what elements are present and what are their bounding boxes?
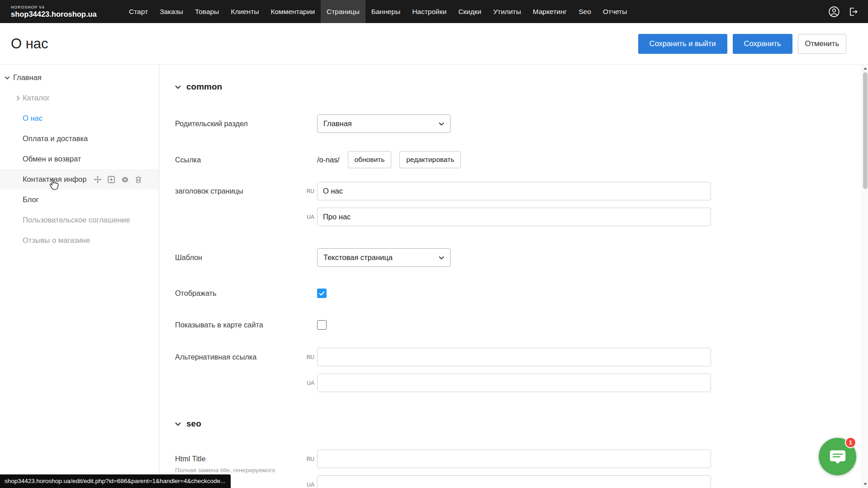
sidebar-item-label: Контактная инфор bbox=[23, 175, 86, 184]
field-label: Отображать bbox=[175, 289, 317, 298]
lang-ua-label: UA bbox=[302, 214, 314, 220]
lang-ua-label: UA bbox=[302, 380, 314, 386]
form-row-template: Шаблон Текстовая страница bbox=[175, 248, 862, 267]
move-icon[interactable] bbox=[94, 175, 101, 183]
nav-item-pages[interactable]: Страницы bbox=[321, 0, 365, 23]
html-title-ru-input[interactable] bbox=[317, 450, 711, 468]
chevron-down-icon bbox=[175, 420, 181, 428]
sidebar-item-label: О нас bbox=[23, 114, 43, 123]
sidebar-item-label: Главная bbox=[13, 73, 42, 82]
nav-item-discounts[interactable]: Скидки bbox=[452, 0, 487, 23]
cancel-button[interactable]: Отменить bbox=[798, 34, 846, 54]
chevron-down-icon bbox=[439, 122, 444, 126]
sidebar-item-glavnaya[interactable]: Главная bbox=[0, 67, 159, 88]
sitemap-checkbox[interactable] bbox=[317, 320, 327, 330]
scrollbar-thumb[interactable] bbox=[863, 72, 868, 189]
nav-item-products[interactable]: Товары bbox=[189, 0, 225, 23]
section-common-header[interactable]: common bbox=[175, 81, 862, 93]
sidebar-item-obmen[interactable]: Обмен и возврат bbox=[0, 149, 159, 169]
field-label: Родительский раздел bbox=[175, 119, 317, 128]
form-content: common Родительский раздел Главная Ссылк… bbox=[159, 65, 862, 488]
select-value: Главная bbox=[323, 119, 439, 128]
nav-item-utilities[interactable]: Утилиты bbox=[487, 0, 527, 23]
nav-item-clients[interactable]: Клиенты bbox=[225, 0, 265, 23]
nav-item-orders[interactable]: Заказы bbox=[154, 0, 189, 23]
form-row-page-title: заголовок страницы RU UA bbox=[175, 182, 862, 226]
sidebar-item-oplata[interactable]: Оплата и доставка bbox=[0, 128, 159, 149]
template-select[interactable]: Текстовая страница bbox=[317, 248, 451, 267]
field-label: заголовок страницы bbox=[175, 182, 317, 200]
sidebar-item-label: Каталог bbox=[23, 94, 50, 102]
field-label: Показывать в карте сайта bbox=[175, 321, 317, 329]
nav-item-reports[interactable]: Отчеты bbox=[597, 0, 633, 23]
nav-item-comments[interactable]: Комментарии bbox=[265, 0, 321, 23]
sidebar-item-soglashenie[interactable]: Пользовательское соглашение bbox=[0, 210, 159, 230]
chevron-down-icon bbox=[175, 83, 181, 91]
nav-item-banners[interactable]: Баннеры bbox=[365, 0, 406, 23]
logo-version-label: HOROSHOP V4 bbox=[11, 5, 123, 9]
sidebar-item-label: Отзывы о магазине bbox=[23, 236, 90, 245]
lang-ua-label: UA bbox=[302, 482, 314, 488]
form-row-alt-link: Альтернативная ссылка RU UA bbox=[175, 348, 862, 392]
scroll-up-arrow[interactable] bbox=[862, 65, 868, 72]
scroll-down-arrow[interactable] bbox=[862, 481, 868, 488]
form-row-display: Отображать bbox=[175, 284, 862, 303]
parent-section-select[interactable]: Главная bbox=[317, 114, 451, 133]
tree-item-actions bbox=[94, 175, 142, 183]
chat-unread-badge: 1 bbox=[845, 437, 856, 448]
sidebar-item-o-nas[interactable]: О нас bbox=[0, 108, 159, 128]
form-row-link: Ссылка /o-nas/ обновить редактировать bbox=[175, 151, 862, 168]
sidebar-item-label: Оплата и доставка bbox=[23, 134, 88, 143]
header-buttons: Сохранить и выйти Сохранить Отменить bbox=[638, 34, 846, 54]
section-seo-header[interactable]: seo bbox=[175, 418, 862, 430]
sidebar-item-blog[interactable]: Блог bbox=[0, 190, 159, 210]
refresh-link-button[interactable]: обновить bbox=[348, 151, 392, 168]
logout-icon[interactable] bbox=[847, 6, 859, 18]
nav-item-settings[interactable]: Настройки bbox=[406, 0, 452, 23]
sidebar-item-otzyvy[interactable]: Отзывы о магазине bbox=[0, 230, 159, 251]
page-title-ua-input[interactable] bbox=[317, 208, 711, 226]
field-hint: Полная замена title, генерируемого bbox=[175, 466, 311, 474]
logo-domain-label: shop34423.horoshop.ua bbox=[11, 10, 123, 19]
logo[interactable]: HOROSHOP V4 shop34423.horoshop.ua bbox=[0, 5, 123, 19]
trash-icon[interactable] bbox=[134, 175, 142, 183]
nav-item-seo[interactable]: Seo bbox=[573, 0, 597, 23]
alt-link-ru-input[interactable] bbox=[317, 348, 711, 366]
save-button[interactable]: Сохранить bbox=[733, 34, 792, 54]
top-navigation: Старт Заказы Товары Клиенты Комментарии … bbox=[123, 0, 633, 23]
lang-ru-label: RU bbox=[302, 456, 314, 462]
user-account-icon[interactable] bbox=[828, 6, 840, 18]
sidebar-item-katalog[interactable]: Каталог bbox=[0, 88, 159, 108]
edit-link-button[interactable]: редактировать bbox=[399, 151, 461, 168]
display-checkbox[interactable] bbox=[317, 289, 327, 298]
vertical-scrollbar[interactable] bbox=[862, 65, 868, 488]
nav-item-start[interactable]: Старт bbox=[123, 0, 154, 23]
chevron-right-icon[interactable] bbox=[16, 95, 20, 101]
save-and-exit-button[interactable]: Сохранить и выйти bbox=[638, 34, 727, 54]
status-url-tooltip: shop34423.horoshop.ua/edit/edit.php?id=6… bbox=[0, 474, 231, 488]
link-cell: /o-nas/ обновить редактировать bbox=[317, 151, 461, 168]
select-value: Текстовая страница bbox=[323, 253, 439, 262]
chevron-down-icon[interactable] bbox=[5, 76, 10, 80]
link-path-value: /o-nas/ bbox=[317, 156, 340, 164]
html-title-ua-input[interactable] bbox=[317, 475, 711, 488]
field-label: Альтернативная ссылка bbox=[175, 348, 317, 366]
chevron-down-icon bbox=[439, 256, 444, 260]
lang-ru-label: RU bbox=[302, 188, 314, 194]
chat-bubble-icon bbox=[829, 448, 847, 466]
nav-item-marketing[interactable]: Маркетинг bbox=[527, 0, 573, 23]
page-title-ru-input[interactable] bbox=[317, 182, 711, 200]
body-area: Главная Каталог О нас Оплата и доставка … bbox=[0, 65, 868, 488]
sidebar-item-kontaktnaya[interactable]: Контактная инфор bbox=[0, 169, 159, 190]
field-label: Ссылка bbox=[175, 156, 317, 164]
chat-launcher-button[interactable]: 1 bbox=[819, 438, 856, 475]
topbar-icons bbox=[828, 6, 868, 18]
add-page-icon[interactable] bbox=[107, 175, 115, 183]
lang-ru-label: RU bbox=[302, 354, 314, 360]
sidebar-item-label: Обмен и возврат bbox=[23, 155, 81, 163]
topbar: HOROSHOP V4 shop34423.horoshop.ua Старт … bbox=[0, 0, 868, 23]
sidebar-item-label: Блог bbox=[23, 195, 39, 204]
alt-link-ua-input[interactable] bbox=[317, 374, 711, 392]
page-header: О нас Сохранить и выйти Сохранить Отмени… bbox=[0, 23, 868, 65]
gear-icon[interactable] bbox=[121, 175, 128, 183]
